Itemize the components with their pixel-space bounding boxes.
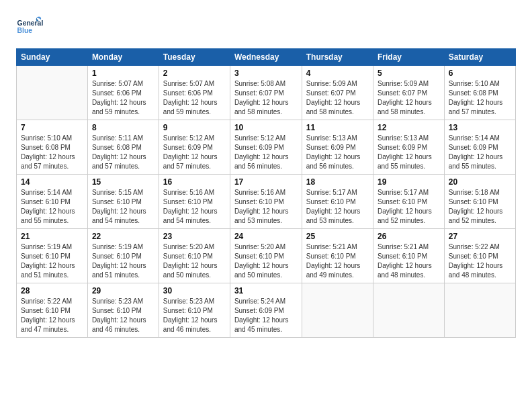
- day-cell: 28Sunrise: 5:22 AM Sunset: 6:10 PM Dayli…: [17, 283, 88, 338]
- day-info: Sunrise: 5:13 AM Sunset: 6:09 PM Dayligh…: [306, 134, 369, 171]
- day-info: Sunrise: 5:21 AM Sunset: 6:10 PM Dayligh…: [378, 242, 440, 280]
- day-number: 8: [92, 123, 154, 132]
- day-cell: 11Sunrise: 5:13 AM Sunset: 6:09 PM Dayli…: [302, 120, 373, 175]
- day-cell: 17Sunrise: 5:16 AM Sunset: 6:10 PM Dayli…: [230, 175, 302, 229]
- day-number: 20: [449, 177, 511, 187]
- day-number: 14: [21, 177, 83, 187]
- day-info: Sunrise: 5:19 AM Sunset: 6:10 PM Dayligh…: [21, 242, 83, 280]
- header-cell-wednesday: Wednesday: [230, 49, 302, 66]
- day-number: 2: [163, 68, 226, 78]
- day-info: Sunrise: 5:22 AM Sunset: 6:10 PM Dayligh…: [21, 297, 83, 334]
- day-info: Sunrise: 5:07 AM Sunset: 6:06 PM Dayligh…: [92, 79, 154, 117]
- day-number: 16: [163, 177, 226, 187]
- day-info: Sunrise: 5:16 AM Sunset: 6:10 PM Dayligh…: [163, 188, 226, 226]
- day-number: 18: [306, 177, 369, 187]
- header-cell-tuesday: Tuesday: [159, 49, 230, 66]
- day-number: 10: [234, 123, 298, 132]
- day-number: 30: [163, 286, 226, 295]
- svg-text:Blue: Blue: [17, 27, 33, 34]
- day-cell: 8Sunrise: 5:11 AM Sunset: 6:08 PM Daylig…: [87, 120, 159, 175]
- day-info: Sunrise: 5:18 AM Sunset: 6:10 PM Dayligh…: [449, 188, 511, 226]
- day-info: Sunrise: 5:08 AM Sunset: 6:07 PM Dayligh…: [234, 79, 298, 117]
- logo: General Blue: [16, 13, 43, 40]
- header-row: SundayMondayTuesdayWednesdayThursdayFrid…: [17, 49, 516, 66]
- day-info: Sunrise: 5:20 AM Sunset: 6:10 PM Dayligh…: [234, 242, 298, 280]
- day-info: Sunrise: 5:23 AM Sunset: 6:10 PM Dayligh…: [92, 297, 154, 334]
- day-number: 27: [449, 232, 511, 241]
- day-number: 11: [306, 123, 369, 132]
- calendar-body: 1Sunrise: 5:07 AM Sunset: 6:06 PM Daylig…: [17, 66, 516, 338]
- day-cell: 14Sunrise: 5:14 AM Sunset: 6:10 PM Dayli…: [17, 175, 88, 229]
- day-number: 19: [378, 177, 440, 187]
- header-cell-thursday: Thursday: [302, 49, 373, 66]
- day-info: Sunrise: 5:07 AM Sunset: 6:06 PM Dayligh…: [163, 79, 226, 117]
- day-cell: 5Sunrise: 5:09 AM Sunset: 6:07 PM Daylig…: [373, 66, 445, 120]
- day-number: 15: [92, 177, 154, 187]
- day-info: Sunrise: 5:17 AM Sunset: 6:10 PM Dayligh…: [306, 188, 369, 226]
- week-row-2: 14Sunrise: 5:14 AM Sunset: 6:10 PM Dayli…: [17, 175, 516, 229]
- day-cell: 27Sunrise: 5:22 AM Sunset: 6:10 PM Dayli…: [444, 229, 515, 283]
- day-cell: 9Sunrise: 5:12 AM Sunset: 6:09 PM Daylig…: [159, 120, 230, 175]
- day-number: 24: [234, 232, 298, 241]
- day-cell: 10Sunrise: 5:12 AM Sunset: 6:09 PM Dayli…: [230, 120, 302, 175]
- day-number: 22: [92, 232, 154, 241]
- day-cell: 21Sunrise: 5:19 AM Sunset: 6:10 PM Dayli…: [17, 229, 88, 283]
- day-cell: 15Sunrise: 5:15 AM Sunset: 6:10 PM Dayli…: [87, 175, 159, 229]
- calendar-header: SundayMondayTuesdayWednesdayThursdayFrid…: [17, 49, 516, 66]
- day-number: 29: [92, 286, 154, 295]
- day-info: Sunrise: 5:19 AM Sunset: 6:10 PM Dayligh…: [92, 242, 154, 280]
- day-number: 25: [306, 232, 369, 241]
- day-number: 1: [92, 68, 154, 78]
- week-row-3: 21Sunrise: 5:19 AM Sunset: 6:10 PM Dayli…: [17, 229, 516, 283]
- header-cell-sunday: Sunday: [17, 49, 88, 66]
- day-info: Sunrise: 5:14 AM Sunset: 6:10 PM Dayligh…: [21, 188, 83, 226]
- day-info: Sunrise: 5:11 AM Sunset: 6:08 PM Dayligh…: [92, 134, 154, 171]
- week-row-0: 1Sunrise: 5:07 AM Sunset: 6:06 PM Daylig…: [17, 66, 516, 120]
- day-cell: 2Sunrise: 5:07 AM Sunset: 6:06 PM Daylig…: [159, 66, 230, 120]
- day-cell: 20Sunrise: 5:18 AM Sunset: 6:10 PM Dayli…: [444, 175, 515, 229]
- header-cell-saturday: Saturday: [444, 49, 515, 66]
- day-info: Sunrise: 5:20 AM Sunset: 6:10 PM Dayligh…: [163, 242, 226, 280]
- day-info: Sunrise: 5:16 AM Sunset: 6:10 PM Dayligh…: [234, 188, 298, 226]
- day-info: Sunrise: 5:14 AM Sunset: 6:09 PM Dayligh…: [449, 134, 511, 171]
- day-cell: 29Sunrise: 5:23 AM Sunset: 6:10 PM Dayli…: [87, 283, 159, 338]
- day-cell: [444, 283, 515, 338]
- day-cell: [17, 66, 88, 120]
- header-cell-friday: Friday: [373, 49, 445, 66]
- day-info: Sunrise: 5:09 AM Sunset: 6:07 PM Dayligh…: [306, 79, 369, 117]
- day-number: 6: [449, 68, 511, 78]
- day-number: 13: [449, 123, 511, 132]
- day-number: 4: [306, 68, 369, 78]
- page: General Blue SundayMondayTuesdayWednesda…: [0, 0, 532, 411]
- day-cell: 18Sunrise: 5:17 AM Sunset: 6:10 PM Dayli…: [302, 175, 373, 229]
- day-cell: [302, 283, 373, 338]
- day-number: 3: [234, 68, 298, 78]
- day-number: 12: [378, 123, 440, 132]
- day-info: Sunrise: 5:17 AM Sunset: 6:10 PM Dayligh…: [378, 188, 440, 226]
- day-info: Sunrise: 5:21 AM Sunset: 6:10 PM Dayligh…: [306, 242, 369, 280]
- day-cell: 7Sunrise: 5:10 AM Sunset: 6:08 PM Daylig…: [17, 120, 88, 175]
- svg-text:General: General: [17, 19, 43, 27]
- week-row-4: 28Sunrise: 5:22 AM Sunset: 6:10 PM Dayli…: [17, 283, 516, 338]
- header: General Blue: [16, 13, 516, 40]
- day-number: 17: [234, 177, 298, 187]
- day-number: 31: [234, 286, 298, 295]
- day-info: Sunrise: 5:24 AM Sunset: 6:09 PM Dayligh…: [234, 297, 298, 334]
- header-cell-monday: Monday: [87, 49, 159, 66]
- day-number: 28: [21, 286, 83, 295]
- day-cell: 23Sunrise: 5:20 AM Sunset: 6:10 PM Dayli…: [159, 229, 230, 283]
- day-info: Sunrise: 5:10 AM Sunset: 6:08 PM Dayligh…: [21, 134, 83, 171]
- day-cell: 30Sunrise: 5:23 AM Sunset: 6:10 PM Dayli…: [159, 283, 230, 338]
- day-number: 5: [378, 68, 440, 78]
- day-cell: 3Sunrise: 5:08 AM Sunset: 6:07 PM Daylig…: [230, 66, 302, 120]
- calendar-table: SundayMondayTuesdayWednesdayThursdayFrid…: [16, 48, 516, 338]
- day-cell: 26Sunrise: 5:21 AM Sunset: 6:10 PM Dayli…: [373, 229, 445, 283]
- day-info: Sunrise: 5:09 AM Sunset: 6:07 PM Dayligh…: [378, 79, 440, 117]
- day-info: Sunrise: 5:22 AM Sunset: 6:10 PM Dayligh…: [449, 242, 511, 280]
- day-info: Sunrise: 5:23 AM Sunset: 6:10 PM Dayligh…: [163, 297, 226, 334]
- logo-icon: General Blue: [16, 13, 43, 40]
- day-number: 26: [378, 232, 440, 241]
- day-number: 21: [21, 232, 83, 241]
- day-cell: 4Sunrise: 5:09 AM Sunset: 6:07 PM Daylig…: [302, 66, 373, 120]
- day-number: 23: [163, 232, 226, 241]
